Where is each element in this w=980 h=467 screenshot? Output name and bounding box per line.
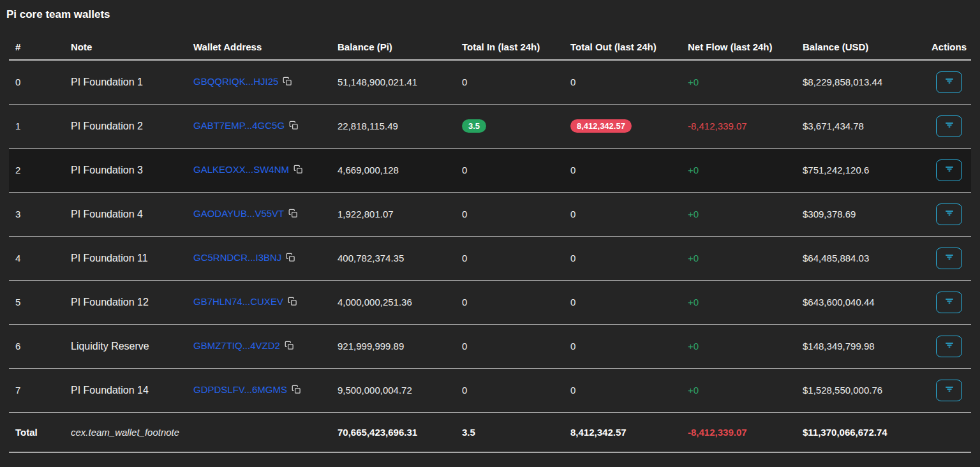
total-in-value: 0 xyxy=(462,77,467,87)
row-index: 0 xyxy=(9,60,64,104)
balance-usd-value: $1,528,550,000.76 xyxy=(796,368,925,412)
actions-cell xyxy=(925,148,971,192)
row-actions-button[interactable] xyxy=(936,159,962,181)
row-index: 3 xyxy=(9,192,64,236)
column-header-0: # xyxy=(9,34,64,60)
filter-icon xyxy=(944,119,955,133)
filter-icon xyxy=(944,75,955,89)
row-actions-button[interactable] xyxy=(936,292,962,313)
total-out: 8,412,342.57 xyxy=(564,412,681,452)
wallet-address-cell: GBMZ7TIQ...4VZD2 xyxy=(187,324,331,368)
total-footnote: cex.team_wallet_footnote xyxy=(64,412,187,452)
wallet-note: PI Foundation 12 xyxy=(64,280,187,324)
net-flow-value: +0 xyxy=(681,280,796,324)
column-header-2: Wallet Address xyxy=(187,34,331,60)
wallet-address-cell: GABT7EMP...4GC5G xyxy=(187,104,331,148)
column-header-1: Note xyxy=(64,34,187,60)
copy-icon[interactable] xyxy=(289,121,299,132)
total-balance-pi: 70,665,423,696.31 xyxy=(331,412,456,452)
total-in-value: 0 xyxy=(462,385,467,396)
total-out-cell: 0 xyxy=(564,280,681,324)
total-in-value: 0 xyxy=(462,165,467,175)
wallet-address-cell: GC5RNDCR...I3BNJ xyxy=(187,236,331,280)
total-in-value: 0 xyxy=(462,297,467,308)
total-in-cell: 0 xyxy=(456,368,564,412)
total-out-cell: 8,412,342.57 xyxy=(564,104,681,148)
total-in: 3.5 xyxy=(456,412,564,452)
table-row: 1PI Foundation 2GABT7EMP...4GC5G22,818,1… xyxy=(9,104,971,148)
actions-cell xyxy=(925,104,971,148)
row-actions-button[interactable] xyxy=(936,71,962,93)
net-flow-value: -8,412,339.07 xyxy=(681,104,796,148)
net-flow-value: +0 xyxy=(681,324,796,368)
total-in-cell: 0 xyxy=(456,148,564,192)
net-flow-value: +0 xyxy=(681,148,796,192)
row-index: 6 xyxy=(9,324,64,368)
wallet-address-link[interactable]: GB7HLN74...CUXEV xyxy=(193,296,283,307)
net-flow-value: +0 xyxy=(681,192,796,236)
row-index: 1 xyxy=(9,104,64,148)
row-index: 5 xyxy=(9,280,64,324)
table-row: 6Liquidity ReserveGBMZ7TIQ...4VZD2921,99… xyxy=(9,324,971,368)
wallet-address-link[interactable]: GAODAYUB...V55VT xyxy=(193,208,284,219)
copy-icon[interactable] xyxy=(293,165,303,176)
wallet-note: PI Foundation 2 xyxy=(64,104,187,148)
balance-pi-value: 9,500,000,004.72 xyxy=(331,368,456,412)
total-out-cell: 0 xyxy=(564,368,681,412)
column-header-6: Net Flow (last 24h) xyxy=(681,34,796,60)
wallet-address-cell: GBQQRIQK...HJI25 xyxy=(187,60,331,104)
balance-pi-value: 4,000,000,251.36 xyxy=(331,280,456,324)
column-header-3: Balance (Pi) xyxy=(331,34,456,60)
row-actions-button[interactable] xyxy=(936,380,962,401)
copy-icon[interactable] xyxy=(283,77,292,88)
balance-pi-value: 921,999,999.89 xyxy=(331,324,456,368)
filter-icon xyxy=(944,339,955,353)
column-header-7: Balance (USD) xyxy=(796,34,925,60)
table-row: 2PI Foundation 3GALKEOXX...SW4NM4,669,00… xyxy=(9,148,971,192)
row-actions-button[interactable] xyxy=(936,336,962,357)
copy-icon[interactable] xyxy=(285,341,294,352)
wallet-address-link[interactable]: GC5RNDCR...I3BNJ xyxy=(193,252,281,263)
row-index: 2 xyxy=(9,148,64,192)
total-in-badge: 3.5 xyxy=(462,119,486,133)
total-out-cell: 0 xyxy=(564,60,681,104)
actions-cell xyxy=(925,368,971,412)
copy-icon[interactable] xyxy=(288,209,298,220)
row-index: 7 xyxy=(9,368,64,412)
wallet-address-link[interactable]: GABT7EMP...4GC5G xyxy=(193,120,285,131)
copy-icon[interactable] xyxy=(292,385,301,396)
actions-cell xyxy=(925,280,971,324)
row-actions-button[interactable] xyxy=(936,204,962,225)
wallet-address-cell: GDPDSLFV...6MGMS xyxy=(187,368,331,412)
copy-icon[interactable] xyxy=(288,297,297,308)
wallet-address-cell: GAODAYUB...V55VT xyxy=(187,192,331,236)
table-row: 3PI Foundation 4GAODAYUB...V55VT1,922,80… xyxy=(9,192,971,236)
actions-cell xyxy=(925,192,971,236)
wallet-note: PI Foundation 4 xyxy=(64,192,187,236)
total-out-badge: 8,412,342.57 xyxy=(570,119,632,133)
total-out-value: 0 xyxy=(570,165,575,175)
total-in-cell: 0 xyxy=(456,192,564,236)
wallet-note: PI Foundation 14 xyxy=(64,368,187,412)
wallet-address-link[interactable]: GALKEOXX...SW4NM xyxy=(193,164,289,175)
copy-icon[interactable] xyxy=(286,253,295,264)
total-out-value: 0 xyxy=(570,253,575,263)
total-out-value: 0 xyxy=(570,209,575,219)
total-in-cell: 0 xyxy=(456,236,564,280)
row-actions-button[interactable] xyxy=(936,115,962,137)
wallet-note: Liquidity Reserve xyxy=(64,324,187,368)
table-row: 4PI Foundation 11GC5RNDCR...I3BNJ400,782… xyxy=(9,236,971,280)
balance-pi-value: 51,148,900,021.41 xyxy=(331,60,456,104)
balance-pi-value: 1,922,801.07 xyxy=(331,192,456,236)
wallet-note: PI Foundation 3 xyxy=(64,148,187,192)
wallet-address-link[interactable]: GBQQRIQK...HJI25 xyxy=(193,76,278,87)
table-row: 0PI Foundation 1GBQQRIQK...HJI2551,148,9… xyxy=(9,60,971,104)
column-header-5: Total Out (last 24h) xyxy=(564,34,681,60)
total-in-cell: 0 xyxy=(456,324,564,368)
balance-usd-value: $8,229,858,013.44 xyxy=(796,60,925,104)
wallet-address-link[interactable]: GDPDSLFV...6MGMS xyxy=(193,384,287,395)
row-actions-button[interactable] xyxy=(936,248,962,269)
wallet-address-link[interactable]: GBMZ7TIQ...4VZD2 xyxy=(193,340,280,351)
actions-cell xyxy=(925,60,971,104)
filter-icon xyxy=(944,251,955,265)
